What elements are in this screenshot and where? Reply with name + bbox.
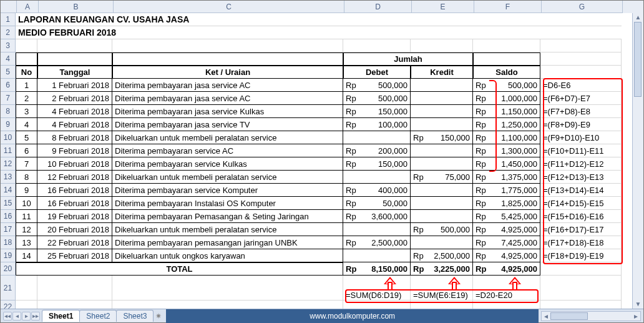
hdr-tanggal[interactable] bbox=[37, 52, 112, 66]
cell-tanggal[interactable]: 9 Februari 2018 bbox=[37, 144, 112, 157]
cell-kredit[interactable]: Rp75,000 bbox=[411, 171, 473, 184]
cell-formula[interactable]: =(F11+D12)-E12 bbox=[540, 157, 622, 171]
row-14[interactable]: 14 bbox=[1, 184, 16, 197]
formula-f[interactable]: =D20-E20 bbox=[473, 276, 540, 301]
blank-3-B[interactable] bbox=[37, 39, 112, 52]
blank-20-G[interactable] bbox=[540, 262, 622, 276]
cell-kredit[interactable] bbox=[411, 92, 473, 105]
cell-formula[interactable]: =(F14+D15)-E15 bbox=[540, 197, 622, 210]
cell-ket[interactable]: Diterima pembayaran Instalasi OS Kompute… bbox=[112, 197, 343, 210]
cell-debet[interactable] bbox=[343, 131, 411, 144]
col-C[interactable]: C bbox=[114, 1, 344, 13]
cell-saldo[interactable]: Rp4,925,000 bbox=[473, 223, 540, 236]
cell-no[interactable]: 11 bbox=[16, 210, 37, 223]
cell-ket[interactable]: Diterima pembayaran Pemasangan & Seting … bbox=[112, 210, 343, 223]
cell-ket[interactable]: Diterima pembayaran pemasangan jaringan … bbox=[112, 236, 343, 249]
cell-debet[interactable]: Rp500,000 bbox=[343, 79, 411, 92]
cell-ket[interactable]: Diterima pembayaran service Komputer bbox=[112, 184, 343, 197]
row-5[interactable]: 5 bbox=[1, 66, 16, 79]
hdr-saldo[interactable] bbox=[473, 52, 540, 66]
cell-formula[interactable]: =(F17+D18)-E18 bbox=[540, 236, 622, 249]
blank-3-C[interactable] bbox=[112, 39, 343, 52]
cell-no[interactable]: 1 bbox=[16, 79, 37, 92]
cell-ket[interactable]: Diterima pembayaran service AC bbox=[112, 144, 343, 157]
cell-ket[interactable]: Diterima pembayaran jasa service AC bbox=[112, 79, 343, 92]
hdr-kredit[interactable]: Kredit bbox=[411, 66, 473, 79]
cell-debet[interactable]: Rp500,000 bbox=[343, 92, 411, 105]
row-21[interactable]: 21 bbox=[1, 276, 16, 301]
cell-saldo[interactable]: Rp1,450,000 bbox=[473, 157, 540, 171]
cell-debet[interactable] bbox=[343, 223, 411, 236]
cell-tanggal[interactable]: 16 Februari 2018 bbox=[37, 184, 112, 197]
hdr-no-b[interactable]: No bbox=[16, 66, 37, 79]
cell-debet[interactable]: Rp2,500,000 bbox=[343, 236, 411, 249]
row-6[interactable]: 6 bbox=[1, 79, 16, 92]
cell-kredit[interactable] bbox=[411, 236, 473, 249]
cell-debet[interactable]: Rp150,000 bbox=[343, 105, 411, 118]
cell-debet[interactable]: Rp150,000 bbox=[343, 157, 411, 171]
cell-formula[interactable]: =(F10+D11)-E11 bbox=[540, 144, 622, 157]
col-B[interactable]: B bbox=[39, 1, 114, 13]
cell-formula[interactable]: =(F8+D9)-E9 bbox=[540, 118, 622, 131]
cell-no[interactable]: 7 bbox=[16, 157, 37, 171]
blank-3-F[interactable] bbox=[473, 39, 540, 52]
select-all-corner[interactable] bbox=[1, 1, 17, 13]
cell-ket[interactable]: Dikeluarkan untuk ongkos karyawan bbox=[112, 249, 343, 262]
formula-e[interactable]: =SUM(E6:E19) bbox=[411, 276, 473, 301]
row-3[interactable]: 3 bbox=[1, 39, 16, 52]
blank-3-D[interactable] bbox=[343, 39, 411, 52]
cell-saldo[interactable]: Rp1,150,000 bbox=[473, 105, 540, 118]
cell-tanggal[interactable]: 12 Februari 2018 bbox=[37, 171, 112, 184]
cell-kredit[interactable] bbox=[411, 144, 473, 157]
cell-saldo[interactable]: Rp1,375,000 bbox=[473, 171, 540, 184]
cell-tanggal[interactable]: 4 Februari 2018 bbox=[37, 105, 112, 118]
row-7[interactable]: 7 bbox=[1, 92, 16, 105]
blank-5-G[interactable] bbox=[540, 66, 622, 79]
blank-3-A[interactable] bbox=[16, 39, 37, 52]
row-19[interactable]: 19 bbox=[1, 249, 16, 262]
cell-tanggal[interactable]: 2 Februari 2018 bbox=[37, 92, 112, 105]
total-kredit[interactable]: Rp3,225,000 bbox=[411, 262, 473, 276]
cell-tanggal[interactable]: 10 Februari 2018 bbox=[37, 157, 112, 171]
cell-debet[interactable]: Rp200,000 bbox=[343, 144, 411, 157]
cell-kredit[interactable]: Rp500,000 bbox=[411, 223, 473, 236]
cell-tanggal[interactable]: 4 Februari 2018 bbox=[37, 118, 112, 131]
col-E[interactable]: E bbox=[412, 1, 474, 13]
cell-saldo[interactable]: Rp1,100,000 bbox=[473, 131, 540, 144]
blank-21-G[interactable] bbox=[540, 276, 622, 301]
cell-no[interactable]: 4 bbox=[16, 118, 37, 131]
cell-no[interactable]: 12 bbox=[16, 223, 37, 236]
cell-tanggal[interactable]: 1 Februari 2018 bbox=[37, 79, 112, 92]
cell-ket[interactable]: Diterima pembayaran jasa service AC bbox=[112, 92, 343, 105]
blank-21-B[interactable] bbox=[37, 276, 112, 301]
cell-debet[interactable] bbox=[343, 171, 411, 184]
cell-kredit[interactable]: Rp150,000 bbox=[411, 131, 473, 144]
cell-debet[interactable]: Rp100,000 bbox=[343, 118, 411, 131]
cell-kredit[interactable] bbox=[411, 79, 473, 92]
hdr-ket[interactable] bbox=[112, 52, 343, 66]
cell-debet[interactable]: Rp50,000 bbox=[343, 197, 411, 210]
row-18[interactable]: 18 bbox=[1, 236, 16, 249]
blank-21-C[interactable] bbox=[112, 276, 343, 301]
cell-kredit[interactable] bbox=[411, 184, 473, 197]
row-16[interactable]: 16 bbox=[1, 210, 16, 223]
row-8[interactable]: 8 bbox=[1, 105, 16, 118]
col-G[interactable]: G bbox=[542, 1, 623, 13]
total-label[interactable]: TOTAL bbox=[16, 262, 343, 276]
hdr-jumlah[interactable]: Jumlah bbox=[343, 52, 473, 66]
blank-21-A[interactable] bbox=[16, 276, 37, 301]
sheet-tab-sheet3[interactable]: Sheet3 bbox=[116, 310, 154, 322]
vertical-scrollbar[interactable]: ▲ ▼ bbox=[632, 13, 643, 309]
cell-saldo[interactable]: Rp1,000,000 bbox=[473, 92, 540, 105]
row-15[interactable]: 15 bbox=[1, 197, 16, 210]
row-10[interactable]: 10 bbox=[1, 131, 16, 144]
hscroll-thumb[interactable] bbox=[550, 312, 588, 320]
blank-3-E[interactable] bbox=[411, 39, 473, 52]
cell-saldo[interactable]: Rp1,825,000 bbox=[473, 197, 540, 210]
row-17[interactable]: 17 bbox=[1, 223, 16, 236]
cell-formula[interactable]: =(F7+D8)-E8 bbox=[540, 105, 622, 118]
cell-ket[interactable]: Diterima pembayaran jasa service Kulkas bbox=[112, 105, 343, 118]
tab-prev-icon[interactable]: ◂ bbox=[12, 312, 21, 321]
cell-ket[interactable]: Diterima pembayaran jasa service TV bbox=[112, 118, 343, 131]
tab-nav-buttons[interactable]: ◂◂ ◂ ▸ ▸▸ bbox=[1, 312, 42, 321]
